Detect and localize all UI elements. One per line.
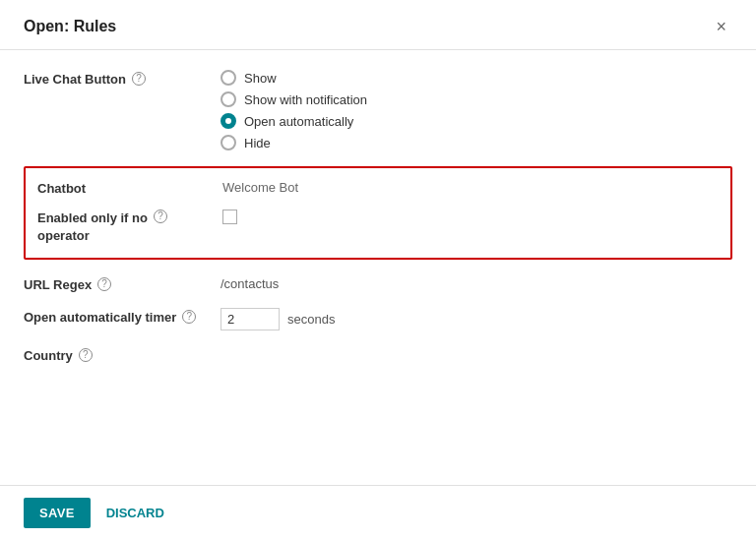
open-timer-field: Open automatically timer ? seconds	[24, 308, 732, 330]
radio-show-notification-label: Show with notification	[244, 92, 367, 107]
live-chat-button-options: Show Show with notification Open automat…	[220, 70, 732, 150]
chatbot-row: Chatbot Welcome Bot	[37, 180, 719, 198]
live-chat-button-help-icon[interactable]: ?	[132, 72, 146, 86]
open-timer-unit: seconds	[287, 312, 335, 327]
chatbot-section: Chatbot Welcome Bot Enabled only if noop…	[24, 166, 732, 260]
radio-show[interactable]: Show	[220, 70, 732, 86]
enabled-only-label: Enabled only if nooperator ?	[37, 210, 222, 245]
open-timer-inline: seconds	[220, 308, 732, 330]
radio-open-automatically-label: Open automatically	[244, 114, 353, 129]
close-button[interactable]: ×	[710, 16, 732, 37]
live-chat-button-label: Live Chat Button ?	[24, 70, 220, 87]
live-chat-button-field: Live Chat Button ? Show Show with notifi…	[24, 70, 732, 150]
open-rules-dialog: Open: Rules × Live Chat Button ? Show Sh…	[0, 0, 756, 540]
radio-show-label: Show	[244, 71, 277, 86]
discard-button[interactable]: DISCARD	[102, 498, 168, 528]
dialog-header: Open: Rules ×	[0, 0, 756, 50]
dialog-title: Open: Rules	[24, 18, 116, 35]
dialog-body: Live Chat Button ? Show Show with notifi…	[0, 50, 756, 485]
open-timer-help-icon[interactable]: ?	[182, 310, 196, 324]
enabled-only-help-icon[interactable]: ?	[154, 210, 167, 223]
radio-show-notification-input[interactable]	[220, 91, 236, 107]
enabled-only-row: Enabled only if nooperator ?	[37, 210, 719, 245]
radio-hide[interactable]: Hide	[220, 135, 732, 150]
dialog-footer: SAVE DISCARD	[0, 485, 756, 540]
save-button[interactable]: SAVE	[24, 498, 91, 528]
chatbot-label: Chatbot	[37, 180, 222, 198]
country-help-icon[interactable]: ?	[79, 348, 93, 362]
url-regex-field: URL Regex ? /contactus	[24, 275, 732, 292]
chatbot-value: Welcome Bot	[222, 180, 719, 195]
url-regex-label: URL Regex ?	[24, 275, 220, 292]
country-field: Country ?	[24, 346, 732, 363]
radio-open-automatically[interactable]: Open automatically	[220, 113, 732, 129]
url-regex-help-icon[interactable]: ?	[97, 277, 111, 291]
enabled-only-checkbox[interactable]	[222, 210, 237, 224]
radio-hide-label: Hide	[244, 136, 271, 150]
radio-show-input[interactable]	[220, 70, 236, 86]
country-label: Country ?	[24, 346, 220, 363]
radio-open-automatically-input[interactable]	[220, 113, 236, 129]
enabled-only-value	[222, 210, 719, 227]
radio-hide-input[interactable]	[220, 135, 236, 150]
open-timer-input[interactable]	[220, 308, 280, 330]
open-timer-value: seconds	[220, 308, 732, 330]
radio-show-notification[interactable]: Show with notification	[220, 91, 732, 107]
open-timer-label: Open automatically timer ?	[24, 308, 220, 325]
url-regex-value: /contactus	[220, 275, 732, 291]
